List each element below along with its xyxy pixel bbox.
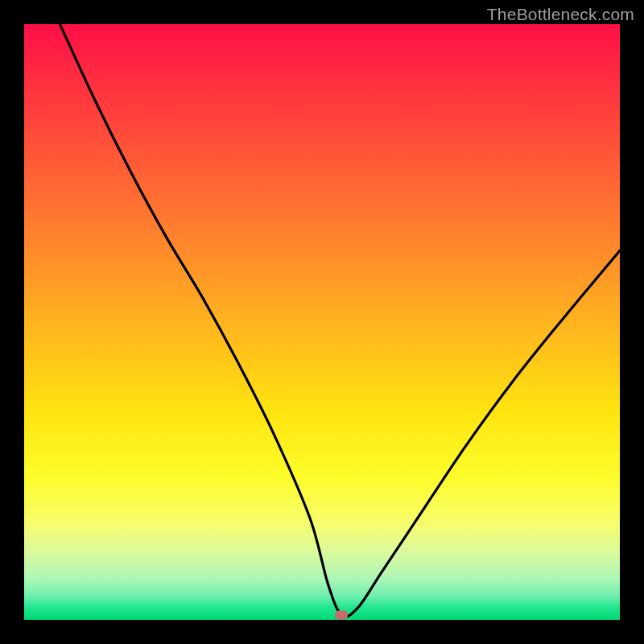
plot-area bbox=[24, 24, 620, 620]
watermark-text: TheBottleneck.com bbox=[487, 5, 634, 24]
optimal-point-marker bbox=[335, 611, 348, 620]
chart-frame: TheBottleneck.com bbox=[0, 0, 644, 644]
curve-svg bbox=[24, 24, 620, 620]
bottleneck-curve bbox=[60, 24, 620, 617]
